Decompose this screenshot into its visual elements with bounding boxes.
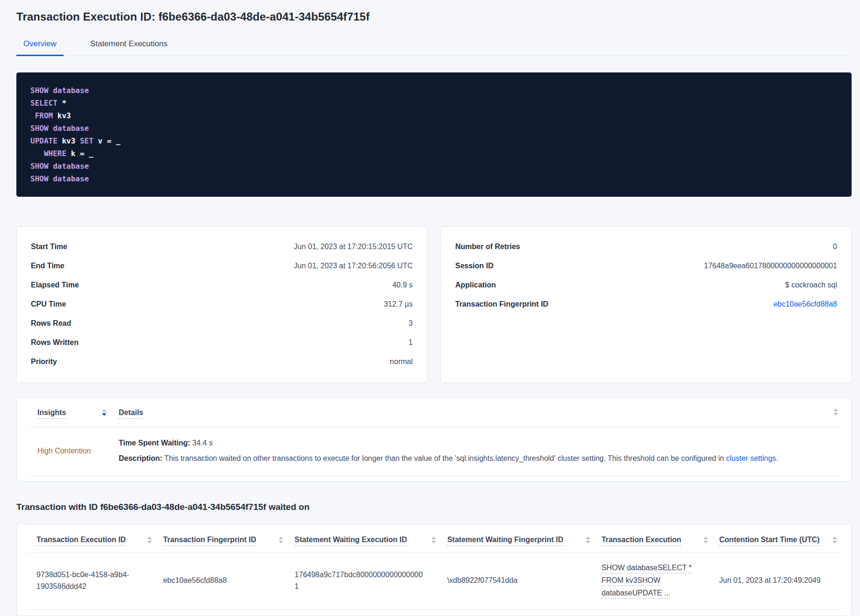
transaction-fingerprint-link[interactable]: ebc10ae56cfd88a8 [774, 300, 837, 308]
sort-arrows-icon[interactable] [431, 537, 436, 544]
page-title: Transaction Execution ID: f6be6366-da03-… [16, 10, 852, 23]
stat-row-application: Application $ cockroach sql [455, 275, 837, 294]
stat-label: Rows Written [31, 338, 79, 347]
stat-row-priority: Priority normal [31, 352, 413, 371]
stat-value: normal [390, 358, 413, 366]
cell-transaction-execution-id: 9738d051-bc0e-4158-a9b4-1903586ddd42 [28, 553, 155, 610]
tab-bar: Overview Statement Executions [16, 36, 852, 56]
column-header-statement-waiting-fingerprint-id[interactable]: Statement Waiting Fingerprint ID [447, 536, 563, 544]
session-info-card: Number of Retries 0 Session ID 17648a9ee… [441, 226, 852, 383]
waited-on-table-card: Transaction Execution ID Transaction Fin… [16, 524, 852, 616]
column-header-transaction-execution-id[interactable]: Transaction Execution ID [36, 536, 126, 544]
stat-row-elapsed-time: Elapsed Time 40.9 s [31, 275, 413, 294]
stat-value: 17648a9eea6017800000000000000001 [704, 262, 837, 270]
waited-on-table: Transaction Execution ID Transaction Fin… [28, 524, 840, 610]
column-header-contention-start-time[interactable]: Contention Start Time (UTC) [719, 536, 820, 544]
stat-label: Priority [31, 358, 57, 366]
tab-statement-executions[interactable]: Statement Executions [83, 36, 174, 56]
table-row: 9738d051-bc0e-4158-a9b4-1903586ddd42 ebc… [28, 553, 840, 610]
stat-value: 3 [408, 319, 413, 328]
execution-stats-card: Start Time Jun 01, 2023 at 17:20:15:2015… [16, 226, 427, 383]
column-header-statement-waiting-execution-id[interactable]: Statement Waiting Execution ID [294, 536, 407, 544]
stat-label: CPU Time [31, 300, 66, 308]
stat-label: Rows Read [31, 319, 71, 328]
column-header-details[interactable]: Details [119, 408, 143, 417]
stat-row-rows-written: Rows Written 1 [31, 333, 413, 352]
tab-overview[interactable]: Overview [16, 36, 64, 56]
summary-cards: Start Time Jun 01, 2023 at 17:20:15:2015… [16, 226, 852, 383]
sort-arrows-icon[interactable] [147, 537, 152, 544]
sort-arrows-icon[interactable] [833, 408, 838, 415]
stat-row-start-time: Start Time Jun 01, 2023 at 17:20:15:2015… [31, 237, 413, 256]
waited-on-section-title: Transaction with ID f6be6366-da03-48de-a… [16, 502, 852, 512]
sort-arrows-icon[interactable] [102, 409, 107, 416]
sort-arrows-icon[interactable] [703, 537, 708, 544]
cell-contention-start-time: Jun 01, 2023 at 17:20:49:2049 [711, 553, 840, 610]
column-header-insights[interactable]: Insights [37, 408, 66, 417]
stat-value: 1 [408, 338, 413, 347]
column-header-transaction-fingerprint-id[interactable]: Transaction Fingerprint ID [163, 536, 256, 544]
insight-details: Time Spent Waiting: 34.4 s Description: … [119, 438, 840, 464]
stat-row-rows-read: Rows Read 3 [31, 314, 413, 333]
sort-arrows-icon[interactable] [279, 537, 283, 544]
stat-value: 312.7 µs [384, 300, 413, 308]
stat-label: Start Time [31, 243, 67, 251]
cell-statement-waiting-fingerprint-id: \xdb8922f077541dda [439, 553, 593, 610]
transaction-execution-link[interactable]: SHOW databaseSELECT * FROM kv3SHOW datab… [602, 564, 692, 597]
insight-type-badge: High Contention [37, 447, 91, 455]
stat-row-session-id: Session ID 17648a9eea6017800000000000000… [455, 256, 837, 275]
insights-table-header: Insights Details [28, 398, 840, 428]
stat-label: Transaction Fingerprint ID [455, 300, 548, 308]
transaction-details-page: Transaction Execution ID: f6be6366-da03-… [0, 0, 860, 616]
stat-label: Session ID [455, 262, 494, 270]
sql-statements: SHOW databaseSELECT * FROM kv3SHOW datab… [30, 84, 838, 185]
sql-statements-box: SHOW databaseSELECT * FROM kv3SHOW datab… [16, 72, 852, 197]
column-header-transaction-execution[interactable]: Transaction Execution [602, 536, 681, 544]
stat-row-transaction-fingerprint-id: Transaction Fingerprint ID ebc10ae56cfd8… [455, 294, 837, 314]
stat-value: Jun 01, 2023 at 17:20:56:2056 UTC [294, 262, 413, 270]
waited-on-table-header: Transaction Execution ID Transaction Fin… [28, 524, 840, 553]
stat-label: Elapsed Time [31, 281, 79, 289]
stat-label: End Time [31, 262, 64, 270]
stat-row-retries: Number of Retries 0 [455, 237, 837, 256]
insights-table-card: Insights Details High Contention Time Sp… [16, 397, 852, 481]
stat-row-end-time: End Time Jun 01, 2023 at 17:20:56:2056 U… [31, 256, 413, 275]
stat-value: 40.9 s [392, 281, 413, 289]
insight-description: Description: This transaction waited on … [119, 453, 840, 464]
stat-row-cpu-time: CPU Time 312.7 µs [31, 294, 413, 314]
sort-arrows-icon[interactable] [832, 537, 837, 544]
stat-value: $ cockroach sql [785, 281, 837, 289]
stat-label: Number of Retries [455, 243, 520, 251]
cell-transaction-fingerprint-id: ebc10ae56cfd88a8 [155, 553, 286, 610]
stat-label: Application [455, 281, 496, 289]
sort-arrows-icon[interactable] [586, 537, 590, 544]
stat-value: Jun 01, 2023 at 17:20:15:2015 UTC [294, 243, 413, 251]
cluster-settings-link[interactable]: cluster settings [726, 454, 776, 462]
stat-value: 0 [833, 243, 837, 251]
insight-row: High Contention Time Spent Waiting: 34.4… [28, 428, 840, 476]
time-spent-waiting: Time Spent Waiting: 34.4 s [119, 438, 840, 448]
cell-statement-waiting-execution-id: 176498a9c717bdc80000000000000001 [286, 553, 439, 610]
cell-transaction-execution: SHOW databaseSELECT * FROM kv3SHOW datab… [593, 553, 711, 610]
